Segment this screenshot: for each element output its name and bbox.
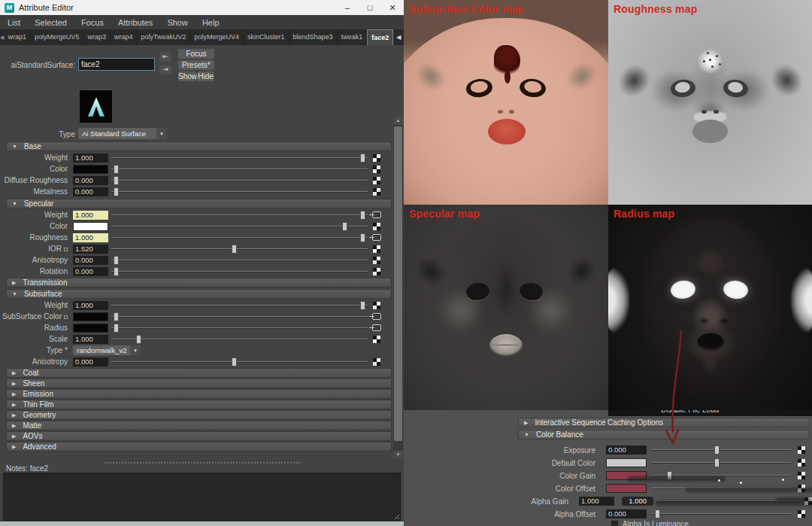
input-connection-icon[interactable]: [372, 211, 381, 218]
attribute-field[interactable]: 1.000: [73, 154, 108, 163]
attribute-field[interactable]: 0.000: [73, 176, 108, 185]
attribute-field[interactable]: 1.000: [73, 233, 108, 242]
tab-polytweakuv2[interactable]: polyTweakUV2: [137, 29, 190, 45]
tab-polymergeuv4[interactable]: polyMergeUV4: [191, 29, 244, 45]
attribute-slider[interactable]: [111, 165, 368, 174]
slider-thumb[interactable]: [360, 211, 365, 220]
slider-thumb[interactable]: [360, 154, 365, 163]
attribute-slider[interactable]: [651, 509, 791, 518]
color-swatch[interactable]: [73, 312, 108, 321]
tab-blendshape3[interactable]: blendShape3: [289, 29, 338, 45]
checker-map-button-icon[interactable]: [373, 223, 380, 230]
tab-skincluster1[interactable]: skinCluster1: [244, 29, 289, 45]
slider-thumb[interactable]: [136, 335, 141, 344]
menu-help[interactable]: Help: [202, 18, 220, 27]
section-header-color-balance[interactable]: ▼Color Balance: [518, 430, 810, 439]
menu-attributes[interactable]: Attributes: [118, 18, 153, 27]
tear-off-copy-icon[interactable]: ⇥: [159, 65, 171, 74]
color-swatch[interactable]: [606, 484, 647, 493]
color-swatch[interactable]: [606, 458, 647, 467]
checker-map-button-icon[interactable]: [798, 459, 805, 467]
section-header-transmission[interactable]: ▶Transmission: [6, 278, 392, 287]
checker-map-button-icon[interactable]: [798, 472, 805, 479]
color-swatch[interactable]: [73, 165, 108, 174]
checker-map-button-icon[interactable]: [373, 245, 380, 253]
pane-splitter[interactable]: [0, 461, 404, 464]
attribute-slider[interactable]: [111, 211, 368, 220]
section-header-coat[interactable]: ▶Coat: [6, 368, 392, 378]
focus-button[interactable]: Focus: [178, 49, 214, 59]
hide-button[interactable]: Hide: [197, 71, 214, 81]
minimize-button[interactable]: –: [336, 0, 359, 15]
section-header-specular[interactable]: ▼Specular: [6, 199, 392, 208]
section-header-matte[interactable]: ▶Matte: [6, 421, 392, 430]
attribute-slider[interactable]: [651, 458, 791, 467]
checker-map-button-icon[interactable]: [373, 188, 380, 196]
attribute-field[interactable]: 1.520: [73, 245, 108, 254]
presets-button[interactable]: Presets*: [178, 60, 214, 70]
attribute-field[interactable]: 1.000: [73, 335, 108, 344]
slider-thumb[interactable]: [714, 445, 720, 455]
section-header-aovs[interactable]: ▶AOVs: [6, 431, 392, 441]
slider-thumb[interactable]: [114, 165, 119, 174]
attribute-slider[interactable]: [111, 222, 368, 231]
attribute-dropdown[interactable]: randomwalk_v2▼: [73, 345, 141, 355]
slider-thumb[interactable]: [114, 324, 119, 333]
attribute-slider[interactable]: [111, 187, 368, 196]
attribute-slider[interactable]: [111, 312, 368, 321]
checker-map-button-icon[interactable]: [373, 166, 380, 173]
maximize-button[interactable]: □: [359, 0, 381, 15]
attribute-field[interactable]: 0.000: [73, 267, 108, 276]
slider-thumb[interactable]: [114, 176, 119, 185]
color-swatch[interactable]: [73, 222, 108, 231]
slider-thumb[interactable]: [655, 509, 660, 518]
scroll-down-icon[interactable]: ▼: [393, 451, 403, 459]
input-connection-icon[interactable]: [372, 234, 381, 241]
attribute-field[interactable]: 0.000: [606, 509, 647, 518]
menu-show[interactable]: Show: [167, 18, 188, 27]
slider-thumb[interactable]: [342, 222, 347, 231]
slider-thumb[interactable]: [232, 245, 237, 254]
checker-map-button-icon[interactable]: [798, 446, 805, 454]
attribute-slider[interactable]: [111, 267, 368, 276]
attribute-slider[interactable]: [111, 245, 368, 254]
tab-polymergeuv5[interactable]: polyMergeUV5: [31, 29, 84, 45]
slider-thumb[interactable]: [114, 256, 119, 265]
menu-list[interactable]: List: [8, 18, 20, 27]
section-header-advanced[interactable]: ▶Advanced: [6, 442, 392, 452]
menu-selected[interactable]: Selected: [35, 18, 67, 27]
attribute-field[interactable]: 1.000: [73, 301, 108, 310]
checker-map-button-icon[interactable]: [798, 510, 805, 518]
notes-textarea[interactable]: [3, 473, 401, 521]
section-header-sheen[interactable]: ▶Sheen: [6, 379, 392, 388]
checker-map-button-icon[interactable]: [373, 358, 380, 366]
section-header-interactive-sequence-caching-options[interactable]: ▶Interactive Sequence Caching Options: [518, 418, 810, 427]
scroll-up-icon[interactable]: ▲: [393, 117, 403, 125]
attribute-slider[interactable]: [651, 445, 791, 455]
vertical-scrollbar[interactable]: ▲ ▼: [393, 117, 403, 459]
slider-thumb[interactable]: [114, 312, 119, 321]
slider-thumb[interactable]: [714, 458, 720, 467]
attribute-slider[interactable]: [111, 324, 368, 333]
input-connection-icon[interactable]: [372, 313, 381, 320]
tab-wrap4[interactable]: wrap4: [111, 29, 138, 45]
attribute-slider[interactable]: [111, 176, 368, 185]
section-header-base[interactable]: ▼Base: [6, 141, 392, 151]
attribute-field[interactable]: 0.000: [73, 256, 108, 265]
alpha-is-luminance-checkbox[interactable]: [611, 521, 618, 526]
slider-thumb[interactable]: [114, 187, 119, 196]
close-button[interactable]: ✕: [381, 0, 404, 15]
checker-map-button-icon[interactable]: [373, 302, 380, 309]
node-type-dropdown[interactable]: Ai Standard Surface ▼: [78, 128, 167, 139]
checker-map-button-icon[interactable]: [373, 336, 380, 343]
attribute-slider[interactable]: [111, 256, 368, 265]
slider-thumb[interactable]: [114, 267, 119, 276]
attribute-slider[interactable]: [111, 357, 368, 366]
show-button[interactable]: Show: [178, 71, 196, 81]
scrollbar-thumb[interactable]: [394, 126, 402, 441]
section-header-emission[interactable]: ▶Emission: [6, 389, 392, 399]
menu-focus[interactable]: Focus: [81, 18, 104, 27]
slider-thumb[interactable]: [360, 301, 365, 310]
attribute-field[interactable]: 0.000: [73, 357, 108, 366]
tab-wrap3[interactable]: wrap3: [83, 29, 111, 45]
